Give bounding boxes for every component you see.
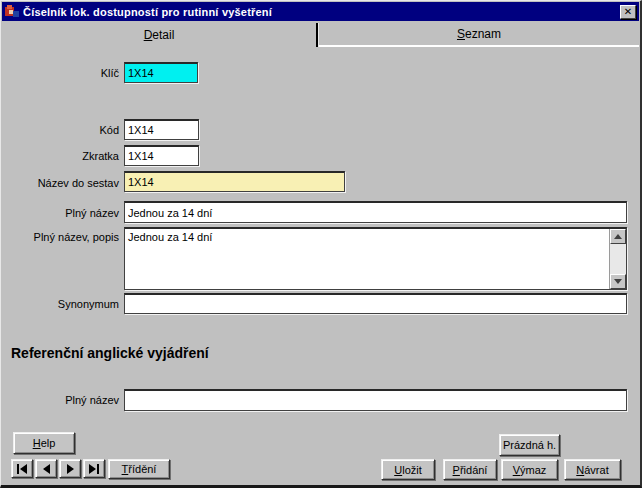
- zkratka-field[interactable]: [124, 145, 199, 166]
- previous-record-button[interactable]: [35, 459, 57, 478]
- tab-detail[interactable]: Detail: [2, 23, 316, 47]
- first-record-icon: [17, 464, 27, 474]
- window-title: Číselník lok. dostupností pro rutinní vy…: [23, 6, 620, 18]
- previous-record-icon: [43, 464, 50, 474]
- kod-label: Kód: [9, 124, 119, 136]
- last-record-button[interactable]: [83, 459, 105, 478]
- plny-nazev-popis-label: Plný název, popis: [9, 231, 119, 243]
- en-plny-nazev-label: Plný název: [9, 394, 119, 406]
- first-record-button[interactable]: [11, 459, 33, 478]
- navrat-button[interactable]: Návrat: [564, 459, 621, 480]
- next-record-button[interactable]: [59, 459, 81, 478]
- plny-nazev-popis-field[interactable]: Jednou za 14 dní: [124, 227, 627, 290]
- kod-field[interactable]: [124, 119, 199, 140]
- scroll-up-icon[interactable]: [610, 229, 626, 244]
- last-record-icon: [89, 464, 99, 474]
- help-button[interactable]: Help: [13, 432, 75, 454]
- klic-field[interactable]: [124, 62, 198, 83]
- plny-nazev-label: Plný název: [9, 207, 119, 219]
- dialog-window: Číselník lok. dostupností pro rutinní vy…: [0, 0, 642, 488]
- tab-seznam-label: Seznam: [457, 27, 501, 41]
- tab-detail-label: Detail: [144, 28, 175, 42]
- en-plny-nazev-field[interactable]: [124, 389, 627, 411]
- plny-nazev-field[interactable]: [124, 201, 627, 223]
- vymaz-button[interactable]: Výmaz: [501, 459, 558, 480]
- close-icon[interactable]: ✕: [620, 5, 636, 19]
- zkratka-label: Zkratka: [9, 150, 119, 162]
- record-navigator: [11, 459, 105, 478]
- synonymum-label: Synonymum: [9, 298, 119, 310]
- scroll-down-icon[interactable]: [610, 274, 626, 289]
- english-section-heading: Referenční anglické vyjádření: [11, 345, 209, 361]
- synonymum-field[interactable]: [124, 293, 627, 314]
- nazev-do-sestav-field[interactable]: [124, 171, 345, 192]
- plny-nazev-popis-text[interactable]: Jednou za 14 dní: [125, 229, 609, 289]
- prazdna-h-button[interactable]: Prázdná h.: [499, 434, 560, 456]
- nazev-do-sestav-label: Název do sestav: [9, 177, 119, 189]
- app-icon: [5, 5, 19, 18]
- memo-scrollbar[interactable]: [609, 229, 626, 289]
- tab-bar: Detail Seznam: [2, 23, 639, 47]
- ulozit-button[interactable]: Uložit: [381, 459, 435, 480]
- title-bar: Číselník lok. dostupností pro rutinní vy…: [2, 2, 639, 21]
- pridani-button[interactable]: Přidání: [443, 459, 497, 480]
- klic-label: Klíč: [9, 67, 119, 79]
- tab-seznam[interactable]: Seznam: [319, 23, 639, 47]
- trideni-button[interactable]: Třídění: [108, 459, 170, 479]
- next-record-icon: [67, 464, 74, 474]
